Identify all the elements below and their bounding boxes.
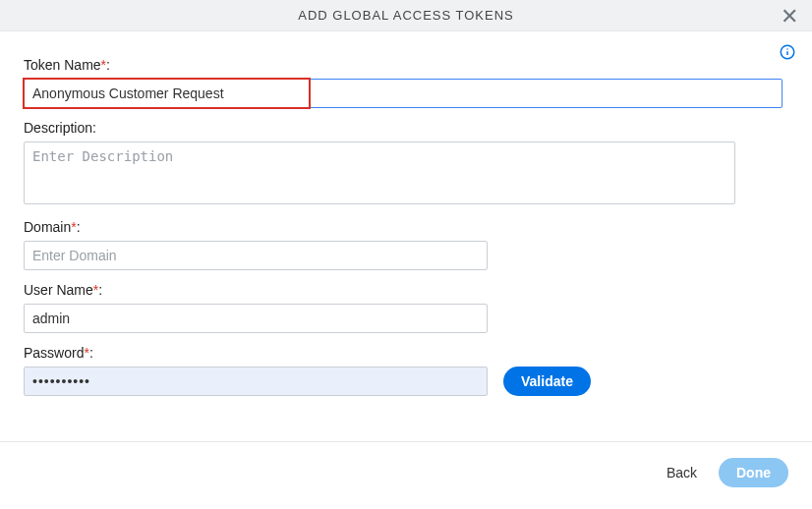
field-password: Password*: Validate [24,345,788,396]
dialog-add-global-access-tokens: ADD GLOBAL ACCESS TOKENS ✕ Token Name*: … [0,0,812,505]
label-text: Password [24,345,84,361]
username-label: User Name*: [24,282,788,298]
label-colon: : [89,345,93,361]
domain-label: Domain*: [24,219,788,235]
label-text: Domain [24,219,71,235]
dialog-title: ADD GLOBAL ACCESS TOKENS [298,8,514,23]
password-label: Password*: [24,345,788,361]
field-domain: Domain*: [24,219,788,270]
label-colon: : [77,219,81,235]
password-input[interactable] [24,367,488,396]
back-button[interactable]: Back [663,459,701,486]
label-colon: : [106,57,110,73]
svg-point-2 [786,48,788,50]
description-label: Description: [24,120,788,136]
field-token-name: Token Name*: [24,57,788,108]
label-colon: : [98,282,102,298]
label-text: User Name [24,282,93,298]
token-name-label: Token Name*: [24,57,788,73]
token-name-input[interactable] [24,79,783,108]
field-username: User Name*: [24,282,788,333]
dialog-footer: Back Done [0,442,812,505]
dialog-content: Token Name*: Description: Domain*: User … [0,31,812,418]
label-text: Token Name [24,57,101,73]
description-input[interactable] [24,141,735,204]
domain-input[interactable] [24,241,488,270]
username-input[interactable] [24,304,488,333]
titlebar: ADD GLOBAL ACCESS TOKENS ✕ [0,0,812,31]
close-icon[interactable]: ✕ [777,4,802,29]
info-icon[interactable] [779,43,796,61]
validate-button[interactable]: Validate [503,367,591,396]
field-description: Description: [24,120,788,207]
done-button[interactable]: Done [719,458,788,487]
